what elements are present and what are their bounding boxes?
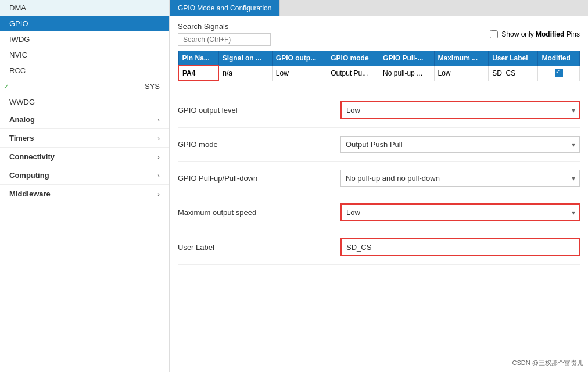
- sidebar-category-analog[interactable]: Analog›: [0, 110, 169, 128]
- tab-gpio[interactable]: GPIO Mode and Configuration: [170, 0, 280, 16]
- properties-section: GPIO output level LowHigh ▾ GPIO mode Ou…: [178, 93, 580, 265]
- sidebar-item-wwdg[interactable]: WWDG: [0, 94, 169, 110]
- gpio-output-level-select[interactable]: LowHigh: [340, 101, 580, 119]
- modified-checkmark: [555, 69, 563, 77]
- sidebar-item-iwdg[interactable]: IWDG: [0, 31, 169, 47]
- search-row: Search Signals Show only Modified Pins: [178, 22, 580, 46]
- sidebar-category-timers[interactable]: Timers›: [0, 128, 169, 147]
- table-header-5[interactable]: Maximum ...: [434, 51, 489, 66]
- gpio-mode-wrapper: Output Push PullOutput Open Drain ▾: [340, 136, 580, 153]
- prop-gpio-pull-label: GPIO Pull-up/Pull-down: [178, 174, 340, 183]
- prop-user-label-label: User Label: [178, 243, 340, 252]
- prop-user-label: User Label: [178, 230, 580, 265]
- gpio-pull-select[interactable]: No pull-up and no pull-downPull-upPull-d…: [340, 170, 580, 187]
- content-area: Search Signals Show only Modified Pins P…: [170, 16, 588, 372]
- sidebar-item-nvic[interactable]: NVIC: [0, 47, 169, 63]
- sidebar-item-gpio[interactable]: GPIO: [0, 16, 169, 31]
- chevron-right-icon: ›: [157, 153, 160, 160]
- prop-gpio-output-level: GPIO output level LowHigh ▾: [178, 93, 580, 128]
- prop-gpio-mode: GPIO mode Output Push PullOutput Open Dr…: [178, 128, 580, 162]
- prop-gpio-mode-label: GPIO mode: [178, 140, 340, 149]
- table-header-4[interactable]: GPIO Pull-...: [379, 51, 434, 66]
- table-row[interactable]: PA4n/aLowOutput Pu...No pull-up ...LowSD…: [178, 66, 580, 81]
- prop-max-speed: Maximum output speed LowMediumHighVery H…: [178, 195, 580, 230]
- watermark: CSDN @王权那个富贵儿: [512, 359, 583, 367]
- table-header-1[interactable]: Signal on ...: [218, 51, 272, 66]
- gpio-mode-select[interactable]: Output Push PullOutput Open Drain: [340, 136, 580, 153]
- max-speed-wrapper: LowMediumHighVery High ▾: [340, 203, 580, 221]
- pin-table: Pin Na...Signal on ...GPIO outp...GPIO m…: [178, 51, 580, 81]
- chevron-right-icon: ›: [157, 172, 160, 179]
- prop-gpio-output-label: GPIO output level: [178, 106, 340, 115]
- gpio-output-level-wrapper: LowHigh ▾: [340, 101, 580, 119]
- sidebar-category-computing[interactable]: Computing›: [0, 166, 169, 184]
- user-label-input[interactable]: [340, 238, 580, 256]
- gpio-pull-wrapper: No pull-up and no pull-downPull-upPull-d…: [340, 170, 580, 187]
- left-sidebar: DMAGPIOIWDGNVICRCC✓SYSWWDG Analog›Timers…: [0, 0, 170, 372]
- user-label-input-wrapper: [340, 238, 580, 256]
- table-header-3[interactable]: GPIO mode: [327, 51, 379, 66]
- search-input[interactable]: [178, 33, 271, 46]
- max-speed-select[interactable]: LowMediumHighVery High: [340, 203, 580, 221]
- main-content: GPIO Mode and Configuration Search Signa…: [170, 0, 588, 372]
- table-header-7[interactable]: Modified: [538, 51, 580, 66]
- table-header-2[interactable]: GPIO outp...: [272, 51, 327, 66]
- show-modified-checkbox[interactable]: [490, 30, 498, 38]
- sidebar-item-sys[interactable]: ✓SYS: [0, 78, 169, 94]
- chevron-right-icon: ›: [157, 116, 160, 123]
- sidebar-item-rcc[interactable]: RCC: [0, 63, 169, 78]
- sidebar-category-connectivity[interactable]: Connectivity›: [0, 147, 169, 166]
- prop-max-speed-label: Maximum output speed: [178, 208, 340, 217]
- tab-bar: GPIO Mode and Configuration: [170, 0, 588, 16]
- table-header-6[interactable]: User Label: [489, 51, 538, 66]
- chevron-right-icon: ›: [157, 191, 160, 198]
- show-modified-label: Show only Modified Pins: [501, 30, 580, 38]
- chevron-right-icon: ›: [157, 135, 160, 142]
- search-title: Search Signals: [178, 22, 271, 31]
- sidebar-category-middleware[interactable]: Middleware›: [0, 184, 169, 203]
- show-modified-row: Show only Modified Pins: [490, 30, 580, 38]
- sidebar-item-dma[interactable]: DMA: [0, 0, 169, 16]
- prop-gpio-pull: GPIO Pull-up/Pull-down No pull-up and no…: [178, 162, 580, 195]
- table-header-0[interactable]: Pin Na...: [178, 51, 218, 66]
